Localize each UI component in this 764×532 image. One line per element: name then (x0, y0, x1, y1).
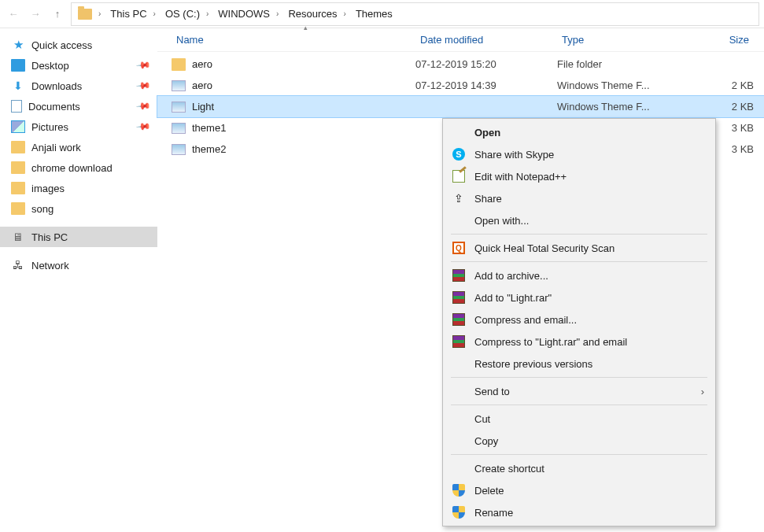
notepadpp-icon (451, 169, 467, 183)
context-menu-item[interactable]: Send to› (443, 380, 715, 402)
winrar-icon (451, 334, 467, 349)
nav-forward-button[interactable]: → (27, 6, 44, 23)
context-menu-item[interactable]: Open with... (443, 209, 715, 231)
column-header-date[interactable]: Date modified (415, 34, 557, 46)
breadcrumb-segment[interactable]: Resources› (285, 3, 352, 25)
sidebar-network[interactable]: 🖧 Network (0, 255, 157, 275)
sidebar-item-label: Desktop (31, 60, 69, 72)
doc-icon (11, 100, 22, 113)
sort-indicator-icon: ▴ (172, 24, 439, 31)
menu-separator (451, 454, 707, 455)
star-icon: ★ (11, 39, 25, 51)
file-name: theme1 (192, 122, 226, 134)
sidebar-item[interactable]: Documents📌 (0, 96, 157, 116)
sidebar-label: Network (31, 260, 69, 272)
context-menu-label: Quick Heal Total Security Scan (474, 242, 615, 254)
chevron-right-icon: › (701, 386, 704, 397)
sidebar-item-label: chrome download (31, 162, 113, 174)
breadcrumb-label: OS (C:) (165, 8, 200, 20)
sidebar-label: Quick access (31, 39, 92, 51)
breadcrumb-segment[interactable]: OS (C:)› (162, 3, 215, 25)
column-header-type[interactable]: Type (557, 34, 691, 46)
context-menu-item[interactable]: Add to "Light.rar" (443, 286, 715, 308)
nav-back-button[interactable]: ← (5, 6, 22, 23)
folder-icon (11, 161, 25, 174)
file-date: 07-12-2019 15:20 (415, 58, 557, 70)
context-menu-label: Open (474, 127, 500, 139)
file-row[interactable]: aero07-12-2019 14:39Windows Theme F...2 … (157, 75, 764, 96)
theme-icon (172, 102, 186, 113)
theme-icon (172, 123, 186, 134)
sidebar-this-pc[interactable]: 🖥 This PC (0, 227, 157, 247)
sidebar-item[interactable]: images (0, 178, 157, 198)
context-menu-item[interactable]: Restore previous versions (443, 353, 715, 375)
downarrow-icon: ⬇ (11, 79, 25, 92)
context-menu: OpenSShare with SkypeEdit with Notepad++… (442, 118, 716, 526)
context-menu-label: Create shortcut (474, 463, 544, 475)
context-menu-label: Delete (474, 485, 504, 497)
winrar-icon (451, 268, 467, 283)
menu-separator (451, 261, 707, 262)
context-menu-label: Compress and email... (474, 314, 577, 326)
context-menu-label: Open with... (474, 215, 529, 227)
context-menu-item[interactable]: Add to archive... (443, 264, 715, 286)
folder-icon (11, 202, 25, 215)
pin-icon: 📌 (135, 98, 151, 114)
context-menu-label: Restore previous versions (474, 358, 592, 370)
context-menu-label: Add to archive... (474, 270, 548, 282)
context-menu-item[interactable]: SShare with Skype (443, 143, 715, 165)
shield-icon (451, 505, 467, 519)
context-menu-item[interactable]: Rename (443, 501, 715, 523)
sidebar-item[interactable]: Pictures📌 (0, 116, 157, 137)
sidebar-label: This PC (31, 231, 68, 243)
file-size: 2 KB (691, 101, 754, 113)
menu-separator (451, 405, 707, 405)
file-date: 07-12-2019 14:39 (415, 79, 557, 91)
context-menu-item[interactable]: Create shortcut (443, 457, 715, 479)
breadcrumb-segment[interactable]: This PC› (107, 3, 162, 25)
menu-separator (451, 234, 707, 235)
context-menu-item[interactable]: Compress and email... (443, 308, 715, 331)
quickheal-icon: Q (451, 241, 467, 255)
sidebar-item-label: Documents (28, 101, 80, 113)
breadcrumb[interactable]: › This PC›OS (C:)›WINDOWS›Resources›Them… (71, 2, 759, 26)
context-menu-label: Send to (474, 386, 510, 397)
sidebar-item-label: images (31, 183, 65, 194)
breadcrumb-root[interactable]: › (75, 3, 107, 25)
context-menu-label: Edit with Notepad++ (474, 171, 567, 183)
breadcrumb-segment[interactable]: Themes (352, 3, 396, 25)
sidebar-item[interactable]: song (0, 198, 157, 219)
context-menu-item[interactable]: Edit with Notepad++ (443, 165, 715, 187)
sidebar-item[interactable]: chrome download (0, 157, 157, 178)
context-menu-item[interactable]: ⇪Share (443, 187, 715, 209)
file-size: 2 KB (691, 79, 754, 91)
nav-up-button[interactable]: ↑ (49, 6, 66, 23)
winrar-icon (451, 312, 467, 327)
shield-icon (451, 483, 467, 497)
breadcrumb-segment[interactable]: WINDOWS› (215, 3, 285, 25)
theme-icon (172, 80, 186, 91)
file-row[interactable]: aero07-12-2019 15:20File folder (157, 54, 764, 75)
context-menu-item[interactable]: Cut (443, 408, 715, 430)
sidebar-item[interactable]: Anjali work (0, 137, 157, 157)
context-menu-item[interactable]: QQuick Heal Total Security Scan (443, 237, 715, 259)
winrar-icon (451, 290, 467, 305)
folder-icon (11, 182, 25, 194)
sidebar-item[interactable]: Desktop📌 (0, 55, 157, 76)
chevron-right-icon: › (203, 9, 212, 18)
skype-icon: S (451, 147, 467, 161)
menu-separator (451, 377, 707, 378)
context-menu-item[interactable]: Copy (443, 430, 715, 452)
context-menu-item[interactable]: Delete (443, 479, 715, 501)
file-type: File folder (557, 58, 691, 70)
sidebar-item[interactable]: ⬇Downloads📌 (0, 76, 157, 96)
context-menu-label: Compress to "Light.rar" and email (474, 336, 627, 348)
file-row[interactable]: LightWindows Theme F...2 KB (157, 96, 764, 117)
column-header-name[interactable]: Name (172, 34, 415, 46)
context-menu-item[interactable]: Compress to "Light.rar" and email (443, 331, 715, 353)
column-headers: Name Date modified Type Size (157, 28, 764, 52)
network-icon: 🖧 (11, 259, 25, 272)
context-menu-item[interactable]: Open (443, 121, 715, 143)
sidebar-quick-access[interactable]: ★ Quick access (0, 35, 157, 55)
column-header-size[interactable]: Size (691, 34, 754, 46)
